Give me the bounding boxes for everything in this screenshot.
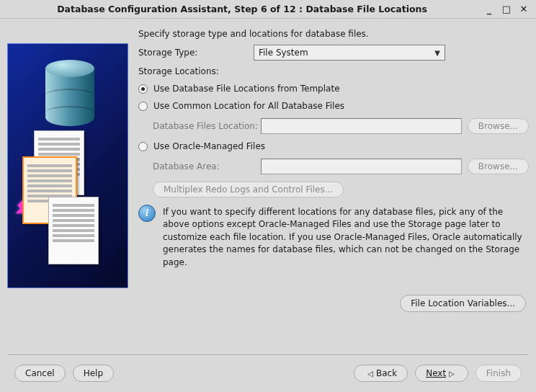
omf-area-input: [261, 159, 462, 174]
radio-use-omf-label: Use Oracle-Managed Files: [153, 141, 265, 151]
help-button[interactable]: Help: [73, 365, 114, 382]
storage-type-select[interactable]: File System ▼: [254, 45, 445, 61]
info-row: i If you want to specify different locat…: [138, 205, 529, 269]
form-panel: Specify storage type and locations for d…: [137, 24, 529, 355]
next-button[interactable]: Next ▷: [415, 365, 468, 382]
info-text: If you want to specify different locatio…: [163, 205, 529, 269]
info-icon: i: [138, 205, 156, 222]
titlebar: Database Configuration Assistant, Step 6…: [0, 0, 536, 19]
radio-use-omf[interactable]: [138, 142, 148, 151]
chevron-down-icon: ▼: [434, 49, 440, 57]
footer-left: Cancel Help: [14, 365, 114, 382]
common-location-subrow: Database Files Location: Browse...: [138, 118, 529, 134]
radio-use-template[interactable]: [138, 84, 148, 94]
back-button-label: Back: [376, 368, 397, 378]
storage-type-value: File System: [259, 48, 308, 58]
document-icon: [48, 197, 99, 264]
wizard-sidebar-graphic: [7, 43, 128, 288]
footer-right: ◁ Back Next ▷ Finish: [354, 365, 522, 382]
radio-omf-row: Use Oracle-Managed Files: [138, 141, 529, 151]
chevron-right-icon: ▷: [449, 370, 455, 378]
storage-locations-row: Storage Locations:: [138, 66, 529, 76]
multiplex-row: Multiplex Redo Logs and Control Files...: [138, 182, 529, 197]
storage-type-label: Storage Type:: [138, 48, 254, 58]
browse-common-button: Browse...: [468, 118, 529, 134]
database-cylinder-icon: [45, 60, 94, 132]
window-title: Database Configuration Assistant, Step 6…: [6, 4, 478, 14]
maximize-button[interactable]: □: [500, 3, 513, 16]
omf-area-label: Database Area:: [153, 161, 261, 172]
storage-locations-label: Storage Locations:: [138, 66, 219, 76]
content-area: Specify storage type and locations for d…: [0, 19, 536, 392]
radio-use-template-label: Use Database File Locations from Templat…: [153, 84, 340, 94]
browse-omf-button: Browse...: [468, 159, 529, 174]
storage-type-row: Storage Type: File System ▼: [138, 45, 529, 61]
multiplex-button: Multiplex Redo Logs and Control Files...: [153, 182, 344, 197]
finish-button: Finish: [475, 365, 522, 382]
omf-area-subrow: Database Area: Browse...: [138, 159, 529, 174]
radio-use-common[interactable]: [138, 102, 148, 111]
next-button-label: Next: [426, 368, 446, 378]
close-button[interactable]: ✕: [517, 3, 530, 16]
radio-template-row: Use Database File Locations from Templat…: [138, 84, 529, 94]
wizard-footer: Cancel Help ◁ Back Next ▷ Finish: [7, 355, 529, 392]
cancel-button[interactable]: Cancel: [14, 365, 66, 382]
radio-common-row: Use Common Location for All Database Fil…: [138, 101, 529, 111]
common-location-label: Database Files Location:: [153, 121, 261, 131]
chevron-left-icon: ◁: [367, 370, 373, 378]
back-button[interactable]: ◁ Back: [354, 365, 408, 382]
file-location-variables-button[interactable]: File Location Variables...: [400, 295, 526, 312]
common-location-input: [261, 118, 462, 134]
radio-use-common-label: Use Common Location for All Database Fil…: [153, 101, 344, 111]
instruction-text: Specify storage type and locations for d…: [138, 29, 529, 39]
minimize-button[interactable]: _: [483, 3, 496, 16]
main-row: Specify storage type and locations for d…: [7, 24, 529, 355]
window-root: Database Configuration Assistant, Step 6…: [0, 0, 536, 392]
file-location-variables-row: File Location Variables...: [138, 295, 529, 312]
storage-locations-group: Use Database File Locations from Templat…: [138, 84, 529, 197]
